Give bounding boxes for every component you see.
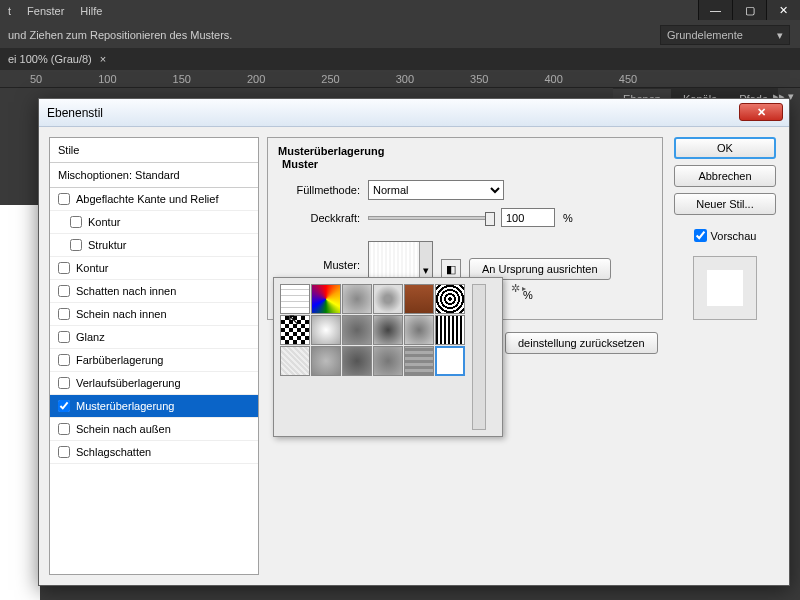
menu-item[interactable]: Fenster <box>27 5 64 17</box>
style-row[interactable]: Struktur <box>50 234 258 257</box>
pattern-thumb-blank[interactable] <box>435 346 465 376</box>
sub-group-title: Muster <box>282 158 652 170</box>
pattern-thumb-camo[interactable] <box>342 346 372 376</box>
style-checkbox[interactable] <box>58 308 70 320</box>
style-label: Verlaufsüberlagerung <box>76 377 181 389</box>
style-checkbox[interactable] <box>58 331 70 343</box>
pattern-thumb-grid[interactable] <box>280 284 310 314</box>
hint-text: und Ziehen zum Repositionieren des Muste… <box>8 29 232 41</box>
style-row[interactable]: Farbüberlagerung <box>50 349 258 372</box>
new-style-button[interactable]: Neuer Stil... <box>674 193 776 215</box>
pattern-picker-popup: ✲▸ <box>273 277 503 437</box>
style-label: Schein nach außen <box>76 423 171 435</box>
style-row[interactable]: Verlaufsüberlagerung <box>50 372 258 395</box>
close-app-button[interactable]: ✕ <box>766 0 800 20</box>
preview-swatch <box>693 256 757 320</box>
pattern-thumb-bubbles[interactable] <box>311 346 341 376</box>
pattern-thumb-granite[interactable] <box>373 346 403 376</box>
pattern-label: Muster: <box>278 259 360 271</box>
style-label: Struktur <box>88 239 127 251</box>
horizontal-ruler: 50100150200250300350400450 <box>0 70 800 88</box>
style-checkbox[interactable] <box>70 239 82 251</box>
picker-scrollbar[interactable] <box>472 284 486 430</box>
close-icon[interactable]: × <box>100 53 106 65</box>
style-row[interactable]: Glanz <box>50 326 258 349</box>
style-row[interactable]: Schein nach innen <box>50 303 258 326</box>
layer-style-dialog: Ebenenstil ✕ Stile Mischoptionen: Standa… <box>38 98 790 586</box>
style-row[interactable]: Schatten nach innen <box>50 280 258 303</box>
pattern-grid[interactable] <box>280 284 468 430</box>
opacity-input[interactable] <box>501 208 555 227</box>
style-label: Abgeflachte Kante und Relief <box>76 193 219 205</box>
cancel-button[interactable]: Abbrechen <box>674 165 776 187</box>
style-row[interactable]: Schlagschatten <box>50 441 258 464</box>
pattern-thumb-spiral[interactable] <box>435 284 465 314</box>
blend-mode-select[interactable]: Normal <box>368 180 504 200</box>
style-checkbox[interactable] <box>58 446 70 458</box>
style-label: Schein nach innen <box>76 308 167 320</box>
style-label: Kontur <box>88 216 120 228</box>
style-label: Musterüberlagerung <box>76 400 174 412</box>
workspace-preset-combo[interactable]: Grundelemente▾ <box>660 25 790 45</box>
style-row[interactable]: Musterüberlagerung <box>50 395 258 418</box>
style-label: Schatten nach innen <box>76 285 176 297</box>
styles-header[interactable]: Stile <box>50 138 258 163</box>
dialog-close-button[interactable]: ✕ <box>739 103 783 121</box>
style-label: Kontur <box>76 262 108 274</box>
opacity-label: Deckkraft: <box>278 212 360 224</box>
opacity-unit: % <box>563 212 573 224</box>
style-checkbox[interactable] <box>58 193 70 205</box>
menu-item[interactable]: Hilfe <box>80 5 102 17</box>
canvas[interactable] <box>0 205 40 600</box>
picker-menu-icon[interactable]: ✲▸ <box>511 282 526 295</box>
styles-list: Stile Mischoptionen: Standard Abgeflacht… <box>49 137 259 575</box>
style-row[interactable]: Schein nach außen <box>50 418 258 441</box>
dialog-title: Ebenenstil <box>47 106 103 120</box>
reset-default-button[interactable]: deinstellung zurücksetzen <box>505 332 658 354</box>
pattern-thumb-noise1[interactable] <box>342 284 372 314</box>
style-checkbox[interactable] <box>58 423 70 435</box>
pattern-thumb-checker[interactable] <box>280 315 310 345</box>
dialog-titlebar[interactable]: Ebenenstil ✕ <box>39 99 789 127</box>
style-checkbox[interactable] <box>58 377 70 389</box>
pattern-thumb-pebbles[interactable] <box>404 315 434 345</box>
pattern-thumb-tiles[interactable] <box>404 346 434 376</box>
style-checkbox[interactable] <box>58 285 70 297</box>
group-title: Musterüberlagerung <box>278 145 652 157</box>
pattern-thumb-leather[interactable] <box>404 284 434 314</box>
style-label: Glanz <box>76 331 105 343</box>
minimize-button[interactable]: — <box>698 0 732 20</box>
preview-checkbox[interactable]: Vorschau <box>694 229 757 242</box>
style-checkbox[interactable] <box>58 354 70 366</box>
chevron-down-icon: ▾ <box>777 29 783 42</box>
style-checkbox[interactable] <box>70 216 82 228</box>
menu-item[interactable]: t <box>8 5 11 17</box>
style-row[interactable]: Kontur <box>50 257 258 280</box>
pattern-thumb-rainbow[interactable] <box>311 284 341 314</box>
style-row[interactable]: Abgeflachte Kante und Relief <box>50 188 258 211</box>
style-checkbox[interactable] <box>58 400 70 412</box>
preview-checkbox-input[interactable] <box>694 229 707 242</box>
pattern-thumb-stripes[interactable] <box>435 315 465 345</box>
opacity-slider[interactable] <box>368 216 493 220</box>
maximize-button[interactable]: ▢ <box>732 0 766 20</box>
style-row[interactable]: Kontur <box>50 211 258 234</box>
document-tab[interactable]: ei 100% (Grau/8)× <box>0 48 800 70</box>
blend-options-row[interactable]: Mischoptionen: Standard <box>50 163 258 188</box>
pattern-thumb-cells[interactable] <box>373 284 403 314</box>
app-menubar[interactable]: t Fenster Hilfe <box>0 0 800 22</box>
pattern-thumb-linen[interactable] <box>280 346 310 376</box>
style-label: Schlagschatten <box>76 446 151 458</box>
ok-button[interactable]: OK <box>674 137 776 159</box>
style-checkbox[interactable] <box>58 262 70 274</box>
pattern-thumb-clouds[interactable] <box>311 315 341 345</box>
blend-mode-label: Füllmethode: <box>278 184 360 196</box>
pattern-thumb-dots[interactable] <box>373 315 403 345</box>
pattern-thumb-rocks[interactable] <box>342 315 372 345</box>
style-label: Farbüberlagerung <box>76 354 163 366</box>
create-pattern-icon[interactable]: ◧ <box>441 259 461 279</box>
